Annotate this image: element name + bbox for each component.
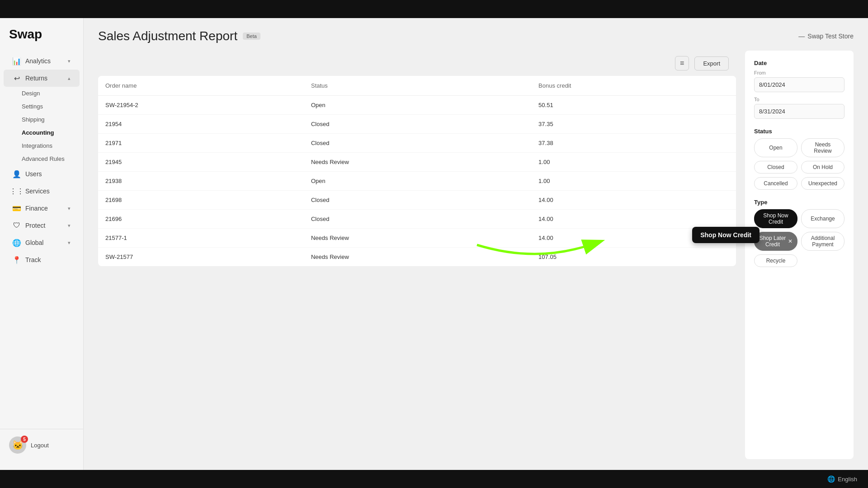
main-header: Sales Adjustment Report Beta — Swap Test…: [84, 18, 868, 51]
cell-status: Closed: [304, 210, 531, 229]
col-order-name: Order name: [98, 76, 304, 96]
sidebar-item-track[interactable]: 📍 Track: [4, 251, 80, 268]
table-row[interactable]: 21938 Open 1.00: [98, 172, 736, 191]
cell-order: 21938: [98, 172, 304, 191]
table-row[interactable]: SW-21577 Needs Review 107.05: [98, 248, 736, 267]
store-name: Swap Test Store: [807, 33, 854, 40]
table-row[interactable]: SW-21954-2 Open 50.51: [98, 96, 736, 115]
table-row[interactable]: 21696 Closed 14.00: [98, 210, 736, 229]
sidebar-item-label: Finance: [25, 205, 48, 212]
sidebar: Swap 📊 Analytics ▾ ↩ Returns ▴ Design Se…: [0, 18, 84, 470]
cell-bonus: 50.51: [531, 96, 736, 115]
app-logo[interactable]: Swap: [0, 27, 83, 52]
sidebar-bottom: 🐱 5 Logout: [0, 429, 83, 461]
store-label: — Swap Test Store: [798, 33, 854, 40]
cell-bonus: 107.05: [531, 248, 736, 267]
cell-order: 21577-1: [98, 229, 304, 248]
sidebar-sub-settings[interactable]: Settings: [22, 100, 83, 113]
type-additional-payment[interactable]: Additional Payment: [801, 232, 844, 251]
sidebar-item-protect[interactable]: 🛡 Protect ▾: [4, 217, 80, 234]
cell-order: SW-21954-2: [98, 96, 304, 115]
sidebar-item-label: Protect: [25, 222, 45, 229]
filter-type-label: Type: [754, 199, 844, 206]
table-toolbar: ≡ Export: [98, 51, 736, 76]
notification-badge: 5: [21, 436, 28, 443]
globe-icon: 🌐: [827, 475, 835, 483]
sidebar-item-label: Returns: [25, 75, 47, 82]
from-label: From: [754, 70, 844, 75]
track-icon: 📍: [13, 256, 21, 264]
type-recycle[interactable]: Recycle: [754, 254, 797, 267]
table-row[interactable]: 21954 Closed 37.35: [98, 115, 736, 134]
cell-order: 21945: [98, 153, 304, 172]
table-row[interactable]: 21971 Closed 37.38: [98, 134, 736, 153]
sidebar-item-global[interactable]: 🌐 Global ▾: [4, 234, 80, 251]
cell-order: 21954: [98, 115, 304, 134]
cell-bonus: 37.35: [531, 115, 736, 134]
to-date-input[interactable]: [754, 104, 844, 119]
cell-status: Closed: [304, 115, 531, 134]
to-label: To: [754, 97, 844, 102]
sidebar-sub-accounting[interactable]: Accounting: [22, 126, 83, 139]
cell-status: Open: [304, 172, 531, 191]
page-title: Sales Adjustment Report: [98, 29, 237, 43]
status-unexpected[interactable]: Unexpected: [801, 177, 844, 190]
sidebar-sub-shipping[interactable]: Shipping: [22, 113, 83, 126]
from-date-input[interactable]: [754, 77, 844, 92]
page-title-wrap: Sales Adjustment Report Beta: [98, 29, 260, 43]
cell-bonus: 14.00: [531, 229, 736, 248]
shop-later-x[interactable]: ✕: [788, 238, 793, 244]
sidebar-item-label: Services: [25, 188, 50, 195]
type-shop-now-credit[interactable]: Shop Now Credit: [754, 209, 797, 228]
sidebar-item-label: Users: [25, 170, 42, 178]
cell-order: SW-21577: [98, 248, 304, 267]
sidebar-item-users[interactable]: 👤 Users: [4, 165, 80, 183]
orders-table: Order name Status Bonus credit SW-21954-…: [98, 76, 736, 266]
users-icon: 👤: [13, 170, 21, 178]
sidebar-sub-design[interactable]: Design: [22, 87, 83, 100]
language-selector[interactable]: 🌐 English: [827, 475, 857, 483]
finance-icon: 💳: [13, 204, 21, 212]
export-button[interactable]: Export: [694, 56, 729, 70]
analytics-icon: 📊: [13, 57, 21, 65]
sidebar-item-analytics[interactable]: 📊 Analytics ▾: [4, 52, 80, 70]
cell-bonus: 14.00: [531, 191, 736, 210]
cell-status: Closed: [304, 191, 531, 210]
type-shop-later-credit[interactable]: Shop Later Credit ✕: [754, 232, 797, 251]
cell-status: Needs Review: [304, 248, 531, 267]
sidebar-item-finance[interactable]: 💳 Finance ▾: [4, 200, 80, 217]
language-label: English: [838, 476, 857, 483]
shop-later-label: Shop Later Credit: [759, 235, 786, 248]
logout-label[interactable]: Logout: [31, 442, 49, 449]
table-row[interactable]: 21698 Closed 14.00: [98, 191, 736, 210]
cell-bonus: 1.00: [531, 153, 736, 172]
bottom-bar: 🌐 English: [0, 470, 868, 488]
status-needs-review[interactable]: Needs Review: [801, 138, 844, 157]
returns-icon: ↩: [13, 74, 21, 82]
type-exchange[interactable]: Exchange: [801, 209, 844, 228]
sidebar-item-label: Track: [25, 256, 41, 263]
chevron-down-icon: ▾: [68, 240, 71, 246]
status-closed[interactable]: Closed: [754, 161, 797, 174]
returns-submenu: Design Settings Shipping Accounting Inte…: [0, 87, 83, 165]
table-row[interactable]: 21577-1 Needs Review 14.00: [98, 229, 736, 248]
sidebar-sub-integrations[interactable]: Integrations: [22, 139, 83, 152]
sidebar-item-returns[interactable]: ↩ Returns ▴: [4, 70, 80, 87]
main-content: Sales Adjustment Report Beta — Swap Test…: [84, 18, 868, 470]
cell-bonus: 37.38: [531, 134, 736, 153]
protect-icon: 🛡: [13, 221, 21, 230]
cell-order: 21698: [98, 191, 304, 210]
sidebar-item-services[interactable]: ⋮⋮ Services: [4, 183, 80, 200]
status-on-hold[interactable]: On Hold: [801, 161, 844, 174]
cell-status: Needs Review: [304, 153, 531, 172]
table-wrap: Order name Status Bonus credit SW-21954-…: [98, 76, 736, 266]
services-icon: ⋮⋮: [13, 187, 21, 195]
sidebar-nav: 📊 Analytics ▾ ↩ Returns ▴ Design Setting…: [0, 52, 83, 429]
filter-type-section: Type Shop Now Credit Exchange Shop Later…: [754, 199, 844, 267]
status-cancelled[interactable]: Cancelled: [754, 177, 797, 190]
table-row[interactable]: 21945 Needs Review 1.00: [98, 153, 736, 172]
filter-button[interactable]: ≡: [675, 56, 689, 70]
col-status: Status: [304, 76, 531, 96]
sidebar-sub-advanced-rules[interactable]: Advanced Rules: [22, 152, 83, 165]
status-open[interactable]: Open: [754, 138, 797, 157]
